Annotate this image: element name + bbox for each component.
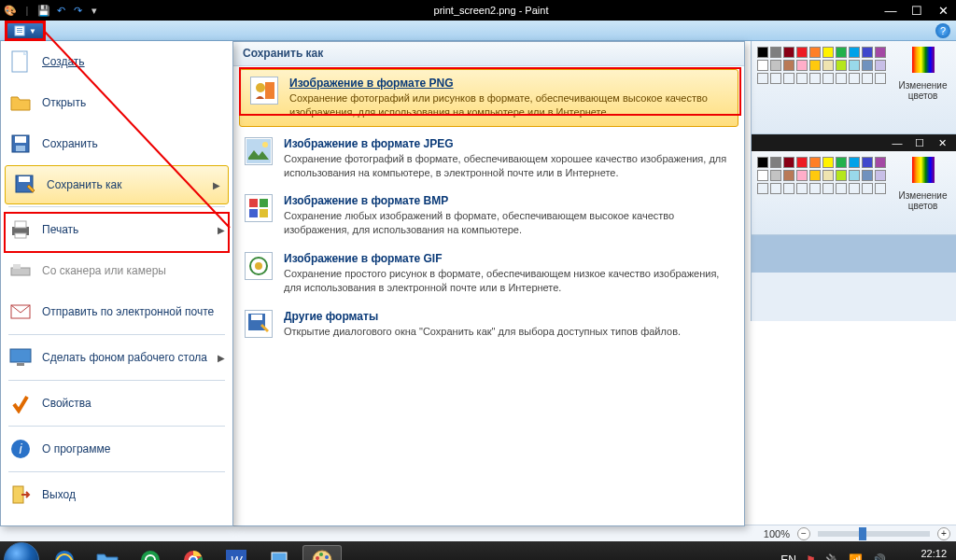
submenu-arrow-icon: ▶ [213, 180, 220, 190]
menu-item-label: Открыть [42, 96, 86, 109]
taskbar-app1-icon[interactable] [131, 545, 170, 560]
submenu-item-desc: Сохранение любых изображений в формате, … [284, 209, 733, 237]
zoom-in-button[interactable]: + [937, 527, 950, 540]
desktop-icon [8, 345, 33, 370]
bg-maximize-button[interactable]: ☐ [911, 137, 928, 149]
window-title: print_screen2.png - Paint [105, 5, 878, 16]
undo-icon[interactable]: ↶ [54, 4, 67, 17]
menu-item-label: Печать [42, 223, 78, 236]
redo-icon[interactable]: ↷ [71, 4, 84, 17]
menu-item-label: Сохранить [42, 137, 98, 150]
status-bar: 100% − + [0, 525, 956, 541]
menu-item-print[interactable]: Печать ▶ [1, 209, 232, 250]
color-palette[interactable] [757, 47, 886, 84]
submenu-item-jpeg[interactable]: Изображение в формате JPEG Сохранение фо… [233, 130, 744, 188]
bg-minimize-button[interactable]: — [889, 137, 906, 148]
svg-rect-7 [16, 146, 25, 151]
bg-canvas [752, 235, 956, 273]
menu-item-exit[interactable]: Выход [1, 474, 232, 515]
menu-item-save[interactable]: Сохранить [1, 123, 232, 164]
minimize-button[interactable]: — [878, 1, 904, 20]
open-icon [8, 91, 33, 115]
svg-point-48 [319, 553, 323, 556]
svg-rect-29 [249, 209, 258, 217]
svg-rect-16 [10, 349, 31, 362]
qat-separator: | [21, 4, 34, 17]
submenu-item-png[interactable]: Изображение в формате PNG Сохранение фот… [239, 69, 738, 127]
menu-item-desktop[interactable]: Сделать фоном рабочего стола ▶ [1, 337, 232, 378]
system-tray: EN ⚑ 🔌 📶 🔊 22:12 03.09.2017 [780, 548, 952, 560]
tray-flag-icon[interactable]: ⚑ [806, 553, 816, 560]
gif-icon [245, 252, 273, 280]
menu-separator [8, 426, 225, 427]
menu-separator [8, 471, 225, 472]
svg-rect-45 [272, 553, 287, 560]
taskbar-word-icon[interactable]: W [217, 545, 256, 560]
edit-colors-label-2: Изменение цветов [895, 190, 950, 211]
edit-colors-icon-2[interactable] [912, 157, 935, 183]
taskbar-explorer-icon[interactable] [88, 545, 127, 560]
zoom-slider[interactable] [818, 531, 930, 537]
bg-close-button[interactable]: ✕ [934, 137, 950, 149]
menu-item-saveas[interactable]: Сохранить как ▶ [5, 165, 229, 204]
maximize-button[interactable]: ☐ [904, 1, 930, 20]
svg-rect-23 [265, 82, 274, 99]
svg-rect-3 [17, 32, 22, 33]
zoom-level: 100% [764, 528, 790, 539]
color-palette-2[interactable] [757, 157, 886, 194]
start-button[interactable] [4, 542, 39, 560]
tray-power-icon[interactable]: 🔌 [825, 553, 839, 560]
submenu-item-gif[interactable]: Изображение в формате GIF Сохранение про… [233, 245, 744, 302]
tray-network-icon[interactable]: 📶 [849, 553, 863, 560]
qat-dropdown-icon[interactable]: ▾ [88, 4, 101, 17]
taskbar-chrome-icon[interactable] [174, 545, 213, 560]
menu-item-open[interactable]: Открыть [1, 82, 232, 123]
paint-logo-icon: 🎨 [4, 4, 17, 17]
help-icon[interactable]: ? [935, 23, 950, 38]
workspace: Изменение цветов — ☐ ✕ Изменен [0, 41, 956, 525]
taskbar-ie-icon[interactable] [45, 545, 84, 560]
submenu-item-title: Изображение в формате JPEG [284, 137, 733, 150]
menu-item-email[interactable]: Отправить по электронной почте [1, 291, 232, 332]
svg-rect-30 [260, 209, 268, 217]
submenu-arrow-icon: ▶ [218, 353, 225, 363]
tray-time: 22:12 [895, 548, 947, 560]
svg-rect-2 [17, 30, 22, 31]
menu-item-label: Сделать фоном рабочего стола [42, 351, 207, 364]
zoom-slider-thumb[interactable] [859, 527, 866, 540]
close-button[interactable]: ✕ [930, 1, 956, 20]
scanner-icon [8, 259, 33, 283]
menu-item-label: Сохранить как [47, 178, 121, 191]
menu-item-properties[interactable]: Свойства [1, 383, 232, 424]
svg-point-47 [316, 556, 319, 560]
menu-item-label: Отправить по электронной почте [42, 305, 214, 318]
svg-rect-28 [260, 199, 268, 207]
tray-clock[interactable]: 22:12 03.09.2017 [895, 548, 952, 560]
tray-lang[interactable]: EN [780, 553, 796, 560]
svg-rect-9 [19, 176, 30, 182]
menu-item-label: Со сканера или камеры [42, 264, 166, 277]
svg-rect-13 [11, 268, 30, 275]
menu-separator [8, 380, 225, 381]
taskbar-paint-icon[interactable] [302, 545, 342, 560]
tray-volume-icon[interactable]: 🔊 [872, 553, 886, 560]
submenu-item-other[interactable]: Другие форматы Открытие диалогового окна… [233, 302, 744, 346]
background-paint-window: Изменение цветов — ☐ ✕ Изменен [751, 41, 956, 321]
svg-rect-27 [249, 199, 258, 207]
bmp-icon [245, 194, 273, 222]
quick-access: 🎨 | 💾 ↶ ↷ ▾ [0, 4, 105, 17]
menu-item-new[interactable]: Создать [1, 41, 232, 82]
other-formats-icon [245, 310, 273, 338]
paint-app-button[interactable]: ▼ [6, 21, 45, 40]
submenu-item-bmp[interactable]: Изображение в формате BMP Сохранение люб… [233, 187, 744, 245]
taskbar-app2-icon[interactable] [260, 545, 299, 560]
zoom-out-button[interactable]: − [797, 527, 810, 540]
menu-item-about[interactable]: i О программе [1, 428, 232, 469]
submenu-item-desc: Сохранение фотографий или рисунков в фор… [289, 91, 727, 119]
submenu-item-title: Изображение в формате BMP [284, 194, 733, 207]
menu-separator [8, 334, 225, 335]
svg-rect-6 [15, 136, 26, 143]
save-icon[interactable]: 💾 [37, 4, 50, 17]
menu-item-label: Создать [42, 55, 85, 68]
edit-colors-icon[interactable] [912, 47, 935, 73]
